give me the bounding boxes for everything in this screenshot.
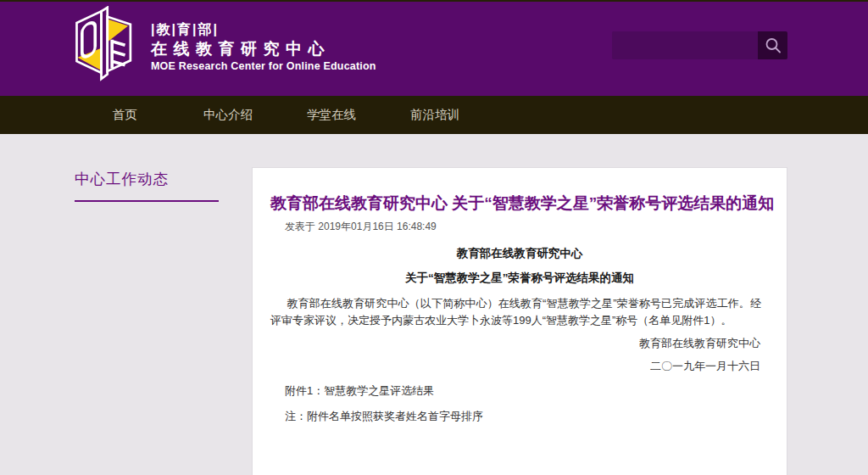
signature-date: 二〇一九年一月十六日 — [253, 359, 760, 374]
article-body: 教育部在线教育研究中心（以下简称中心）在线教育“智慧教学之星”荣誉称号已完成评选… — [270, 295, 761, 329]
search-icon — [764, 36, 782, 55]
site-header: |教|育|部| 在线教育研究中心 MOE Research Center for… — [0, 2, 868, 96]
brand-line-center-name: 在线教育研究中心 — [151, 39, 376, 59]
nav-item-center-intro[interactable]: 中心介绍 — [176, 96, 280, 134]
main-nav: 首页 中心介绍 学堂在线 前沿培训 — [0, 96, 868, 134]
attachment-line: 附件1：智慧教学之星评选结果 — [285, 383, 787, 399]
doc-heading-org: 教育部在线教育研究中心 — [253, 246, 787, 261]
sidebar-title-underline — [75, 200, 219, 202]
search-bar — [612, 31, 787, 59]
signature-org: 教育部在线教育研究中心 — [253, 336, 760, 351]
oe-cube-logo[interactable] — [71, 6, 139, 89]
brand-line-ministry: |教|育|部| — [151, 21, 376, 37]
search-button[interactable] — [758, 31, 787, 59]
article-title: 教育部在线教育研究中心 关于“智慧教学之星”荣誉称号评选结果的通知 — [270, 193, 771, 215]
brand-line-english: MOE Research Center for Online Education — [151, 60, 376, 73]
doc-heading-subject: 关于“智慧教学之星”荣誉称号评选结果的通知 — [253, 271, 787, 286]
note-line: 注：附件名单按照获奖者姓名首字母排序 — [285, 409, 787, 424]
sidebar-section-title[interactable]: 中心工作动态 — [75, 169, 169, 189]
publish-date: 发表于 2019年01月16日 16:48:49 — [285, 220, 787, 234]
oe-cube-logo-icon — [71, 6, 139, 87]
nav-item-frontier-training[interactable]: 前沿培训 — [383, 96, 487, 134]
content-panel: 教育部在线教育研究中心 关于“智慧教学之星”荣誉称号评选结果的通知 发表于 20… — [252, 167, 787, 475]
nav-item-xuetang-online[interactable]: 学堂在线 — [280, 96, 383, 134]
search-input[interactable] — [612, 31, 758, 59]
nav-item-home[interactable]: 首页 — [73, 96, 176, 134]
brand-text: |教|育|部| 在线教育研究中心 MOE Research Center for… — [151, 21, 376, 73]
